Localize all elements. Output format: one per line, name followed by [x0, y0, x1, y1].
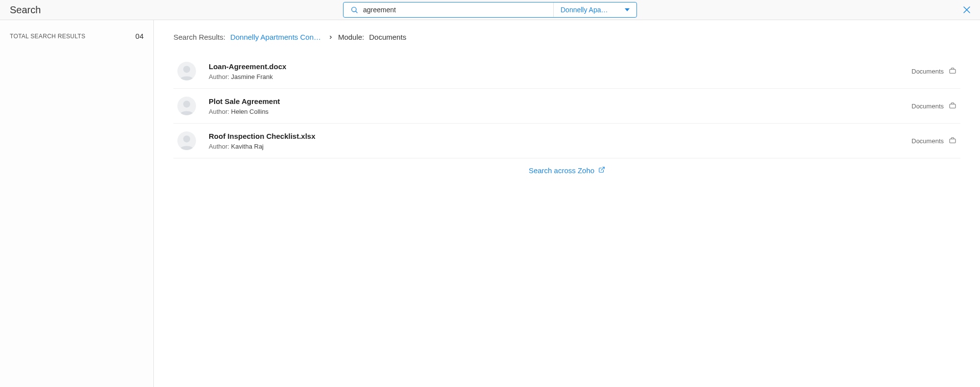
- search-filter-dropdown[interactable]: Donnelly Apa…: [553, 2, 637, 17]
- author-name: Jasmine Frank: [231, 73, 273, 80]
- results-list: Loan-Agreement.docx Author: Jasmine Fran…: [173, 54, 960, 158]
- author-label: Author:: [209, 143, 231, 150]
- result-body: Loan-Agreement.docx Author: Jasmine Fran…: [209, 62, 899, 80]
- breadcrumb-module-label: Module:: [338, 33, 364, 41]
- search-across-link[interactable]: Search across Zoho: [173, 158, 960, 182]
- result-item[interactable]: Loan-Agreement.docx Author: Jasmine Fran…: [173, 54, 960, 89]
- search-icon: [343, 6, 363, 14]
- result-item[interactable]: Plot Sale Agreement Author: Helen Collin…: [173, 89, 960, 124]
- page-title: Search: [0, 4, 41, 16]
- result-title: Roof Inspection Checklist.xlsx: [209, 132, 899, 140]
- breadcrumb-project-link[interactable]: Donnelly Apartments Cons…: [230, 33, 323, 41]
- svg-rect-9: [950, 139, 956, 143]
- breadcrumb-results-label: Search Results:: [173, 33, 225, 41]
- briefcase-icon: [949, 67, 956, 76]
- external-link-icon: [598, 166, 605, 175]
- avatar: [177, 97, 196, 115]
- sidebar-total-row: TOTAL SEARCH RESULTS 04: [10, 32, 144, 40]
- result-title: Loan-Agreement.docx: [209, 62, 899, 71]
- main-content: TOTAL SEARCH RESULTS 04 Search Results: …: [0, 20, 980, 387]
- svg-point-4: [183, 66, 190, 73]
- result-subtitle: Author: Helen Collins: [209, 108, 899, 115]
- author-name: Kavitha Raj: [231, 143, 264, 150]
- avatar: [177, 62, 196, 80]
- chevron-right-icon: [328, 33, 333, 41]
- result-type-label: Documents: [911, 137, 944, 145]
- search-container: Donnelly Apa…: [343, 2, 637, 18]
- result-subtitle: Author: Jasmine Frank: [209, 73, 899, 80]
- briefcase-icon: [949, 102, 956, 111]
- svg-point-8: [183, 135, 190, 142]
- svg-line-1: [356, 11, 357, 13]
- sidebar: TOTAL SEARCH RESULTS 04: [0, 20, 154, 387]
- result-meta: Documents: [911, 67, 956, 76]
- result-type-label: Documents: [911, 68, 944, 75]
- author-label: Author:: [209, 73, 231, 80]
- result-subtitle: Author: Kavitha Raj: [209, 143, 899, 150]
- avatar: [177, 131, 196, 150]
- author-label: Author:: [209, 108, 231, 115]
- search-across-label: Search across Zoho: [529, 166, 594, 175]
- briefcase-icon: [949, 136, 956, 146]
- result-item[interactable]: Roof Inspection Checklist.xlsx Author: K…: [173, 124, 960, 158]
- search-input[interactable]: [363, 2, 553, 17]
- total-results-count: 04: [135, 32, 144, 40]
- result-meta: Documents: [911, 102, 956, 111]
- total-results-label: TOTAL SEARCH RESULTS: [10, 33, 85, 40]
- breadcrumb: Search Results: Donnelly Apartments Cons…: [173, 33, 960, 41]
- content-area: Search Results: Donnelly Apartments Cons…: [154, 20, 980, 387]
- svg-rect-7: [950, 104, 956, 108]
- chevron-down-icon: [625, 6, 630, 14]
- search-filter-label: Donnelly Apa…: [561, 6, 620, 14]
- result-body: Plot Sale Agreement Author: Helen Collin…: [209, 97, 899, 115]
- close-button[interactable]: [962, 5, 971, 14]
- result-title: Plot Sale Agreement: [209, 97, 899, 105]
- header-bar: Search Donnelly Apa…: [0, 0, 980, 20]
- result-body: Roof Inspection Checklist.xlsx Author: K…: [209, 132, 899, 150]
- svg-rect-5: [950, 69, 956, 73]
- author-name: Helen Collins: [231, 108, 269, 115]
- result-meta: Documents: [911, 136, 956, 146]
- breadcrumb-module-value: Documents: [369, 33, 406, 41]
- svg-line-10: [601, 167, 604, 170]
- result-type-label: Documents: [911, 103, 944, 110]
- svg-point-6: [183, 101, 190, 107]
